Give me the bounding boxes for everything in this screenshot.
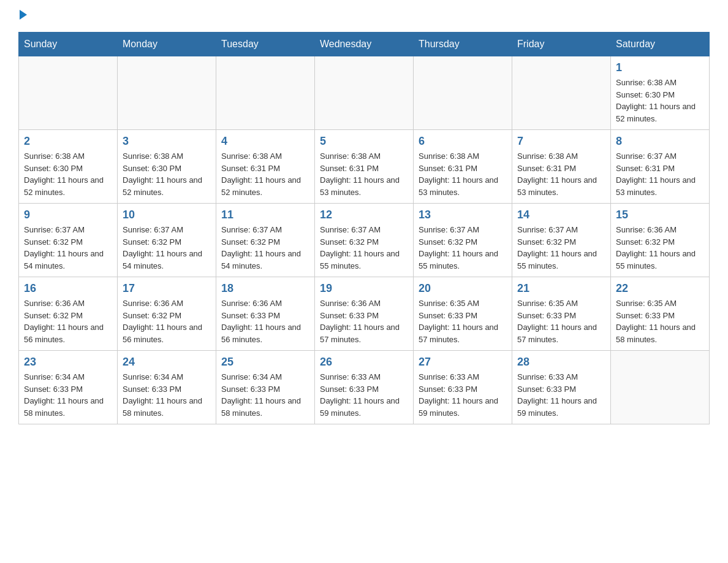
day-of-week-header: Thursday [414,33,512,56]
day-info: Sunrise: 6:38 AM Sunset: 6:30 PM Dayligh… [123,150,211,198]
day-info: Sunrise: 6:36 AM Sunset: 6:33 PM Dayligh… [221,297,309,345]
day-number: 5 [320,135,408,148]
calendar-week-row: 1Sunrise: 6:38 AM Sunset: 6:30 PM Daylig… [19,56,710,130]
calendar-week-row: 9Sunrise: 6:37 AM Sunset: 6:32 PM Daylig… [19,204,710,277]
calendar-day-cell: 25Sunrise: 6:34 AM Sunset: 6:33 PM Dayli… [216,351,315,424]
calendar-day-cell: 20Sunrise: 6:35 AM Sunset: 6:33 PM Dayli… [414,277,512,351]
page-header [18,12,710,20]
calendar-day-cell: 1Sunrise: 6:38 AM Sunset: 6:30 PM Daylig… [611,56,710,130]
day-number: 18 [221,282,309,295]
day-number: 2 [24,135,112,148]
day-number: 6 [419,135,507,148]
day-info: Sunrise: 6:37 AM Sunset: 6:32 PM Dayligh… [517,224,605,272]
day-info: Sunrise: 6:34 AM Sunset: 6:33 PM Dayligh… [221,371,309,419]
calendar-day-cell: 7Sunrise: 6:38 AM Sunset: 6:31 PM Daylig… [512,130,611,204]
calendar-day-cell: 14Sunrise: 6:37 AM Sunset: 6:32 PM Dayli… [512,204,611,277]
day-info: Sunrise: 6:34 AM Sunset: 6:33 PM Dayligh… [24,371,112,419]
day-info: Sunrise: 6:33 AM Sunset: 6:33 PM Dayligh… [517,371,605,419]
calendar-day-cell: 17Sunrise: 6:36 AM Sunset: 6:32 PM Dayli… [118,277,216,351]
calendar-day-cell: 12Sunrise: 6:37 AM Sunset: 6:32 PM Dayli… [315,204,414,277]
calendar-day-cell: 4Sunrise: 6:38 AM Sunset: 6:31 PM Daylig… [216,130,315,204]
day-of-week-header: Friday [512,33,611,56]
calendar-day-cell: 27Sunrise: 6:33 AM Sunset: 6:33 PM Dayli… [414,351,512,424]
day-info: Sunrise: 6:38 AM Sunset: 6:30 PM Dayligh… [616,77,704,124]
day-number: 28 [517,356,605,369]
day-info: Sunrise: 6:33 AM Sunset: 6:33 PM Dayligh… [419,371,507,419]
day-info: Sunrise: 6:38 AM Sunset: 6:31 PM Dayligh… [517,150,605,198]
calendar-day-cell: 10Sunrise: 6:37 AM Sunset: 6:32 PM Dayli… [118,204,216,277]
calendar-day-cell [118,56,216,130]
day-info: Sunrise: 6:38 AM Sunset: 6:31 PM Dayligh… [419,150,507,198]
day-info: Sunrise: 6:35 AM Sunset: 6:33 PM Dayligh… [517,297,605,345]
calendar-table: SundayMondayTuesdayWednesdayThursdayFrid… [18,32,710,424]
day-info: Sunrise: 6:37 AM Sunset: 6:32 PM Dayligh… [419,224,507,272]
day-number: 22 [616,282,704,295]
calendar-day-cell: 26Sunrise: 6:33 AM Sunset: 6:33 PM Dayli… [315,351,414,424]
day-info: Sunrise: 6:36 AM Sunset: 6:32 PM Dayligh… [24,297,112,345]
day-number: 8 [616,135,704,148]
calendar-day-cell: 24Sunrise: 6:34 AM Sunset: 6:33 PM Dayli… [118,351,216,424]
day-number: 7 [517,135,605,148]
calendar-day-cell [216,56,315,130]
calendar-day-cell [414,56,512,130]
calendar-day-cell [315,56,414,130]
day-number: 24 [123,356,211,369]
day-number: 16 [24,282,112,295]
calendar-day-cell: 6Sunrise: 6:38 AM Sunset: 6:31 PM Daylig… [414,130,512,204]
day-info: Sunrise: 6:36 AM Sunset: 6:33 PM Dayligh… [320,297,408,345]
day-of-week-header: Wednesday [315,33,414,56]
calendar-day-cell: 9Sunrise: 6:37 AM Sunset: 6:32 PM Daylig… [19,204,118,277]
day-info: Sunrise: 6:38 AM Sunset: 6:31 PM Dayligh… [320,150,408,198]
day-info: Sunrise: 6:36 AM Sunset: 6:32 PM Dayligh… [123,297,211,345]
calendar-day-cell [611,351,710,424]
calendar-week-row: 2Sunrise: 6:38 AM Sunset: 6:30 PM Daylig… [19,130,710,204]
day-info: Sunrise: 6:37 AM Sunset: 6:32 PM Dayligh… [123,224,211,272]
calendar-day-cell: 16Sunrise: 6:36 AM Sunset: 6:32 PM Dayli… [19,277,118,351]
calendar-day-cell: 13Sunrise: 6:37 AM Sunset: 6:32 PM Dayli… [414,204,512,277]
day-info: Sunrise: 6:37 AM Sunset: 6:31 PM Dayligh… [616,150,704,198]
day-number: 9 [24,209,112,221]
day-number: 3 [123,135,211,148]
day-of-week-header: Sunday [19,33,118,56]
calendar-day-cell: 18Sunrise: 6:36 AM Sunset: 6:33 PM Dayli… [216,277,315,351]
calendar-day-cell: 3Sunrise: 6:38 AM Sunset: 6:30 PM Daylig… [118,130,216,204]
calendar-day-cell: 5Sunrise: 6:38 AM Sunset: 6:31 PM Daylig… [315,130,414,204]
calendar-day-cell: 22Sunrise: 6:35 AM Sunset: 6:33 PM Dayli… [611,277,710,351]
day-number: 13 [419,209,507,221]
day-number: 12 [320,209,408,221]
day-number: 14 [517,209,605,221]
day-info: Sunrise: 6:37 AM Sunset: 6:32 PM Dayligh… [221,224,309,272]
day-number: 10 [123,209,211,221]
day-number: 21 [517,282,605,295]
day-of-week-header: Tuesday [216,33,315,56]
day-number: 1 [616,61,704,74]
day-of-week-header: Monday [118,33,216,56]
day-number: 27 [419,356,507,369]
day-number: 20 [419,282,507,295]
calendar-week-row: 23Sunrise: 6:34 AM Sunset: 6:33 PM Dayli… [19,351,710,424]
calendar-day-cell: 28Sunrise: 6:33 AM Sunset: 6:33 PM Dayli… [512,351,611,424]
calendar-day-cell: 19Sunrise: 6:36 AM Sunset: 6:33 PM Dayli… [315,277,414,351]
day-info: Sunrise: 6:34 AM Sunset: 6:33 PM Dayligh… [123,371,211,419]
calendar-day-cell: 21Sunrise: 6:35 AM Sunset: 6:33 PM Dayli… [512,277,611,351]
calendar-day-cell: 23Sunrise: 6:34 AM Sunset: 6:33 PM Dayli… [19,351,118,424]
day-of-week-header: Saturday [611,33,710,56]
day-number: 25 [221,356,309,369]
day-number: 17 [123,282,211,295]
calendar-week-row: 16Sunrise: 6:36 AM Sunset: 6:32 PM Dayli… [19,277,710,351]
day-info: Sunrise: 6:33 AM Sunset: 6:33 PM Dayligh… [320,371,408,419]
day-info: Sunrise: 6:36 AM Sunset: 6:32 PM Dayligh… [616,224,704,272]
day-number: 4 [221,135,309,148]
calendar-day-cell [512,56,611,130]
calendar-header-row: SundayMondayTuesdayWednesdayThursdayFrid… [19,33,710,56]
day-info: Sunrise: 6:37 AM Sunset: 6:32 PM Dayligh… [320,224,408,272]
day-number: 23 [24,356,112,369]
day-number: 11 [221,209,309,221]
day-info: Sunrise: 6:35 AM Sunset: 6:33 PM Dayligh… [419,297,507,345]
calendar-day-cell: 2Sunrise: 6:38 AM Sunset: 6:30 PM Daylig… [19,130,118,204]
calendar-day-cell: 8Sunrise: 6:37 AM Sunset: 6:31 PM Daylig… [611,130,710,204]
day-info: Sunrise: 6:38 AM Sunset: 6:30 PM Dayligh… [24,150,112,198]
logo [18,12,27,20]
logo-arrow-icon [20,10,27,20]
day-number: 19 [320,282,408,295]
